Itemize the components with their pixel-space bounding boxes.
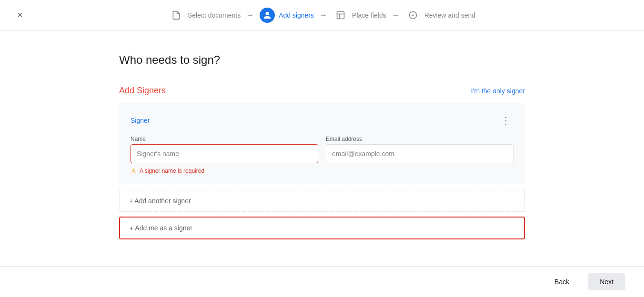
step-select-documents-icon (169, 8, 184, 23)
step-add-signers-label: Add signers (279, 11, 314, 19)
add-another-signer-label: + Add another signer (129, 197, 191, 205)
step-review-and-send-icon (405, 8, 421, 23)
signer-fields-row: Name ⚠ A signer name is required Email a… (131, 136, 513, 175)
signer-email-input[interactable] (326, 144, 513, 163)
step-select-documents-label: Select documents (188, 11, 241, 19)
section-title-highlight: Add (119, 86, 134, 95)
step-place-fields-label: Place fields (352, 11, 386, 19)
add-another-signer-button[interactable]: + Add another signer (119, 190, 525, 212)
signer-name-group: Name ⚠ A signer name is required (131, 136, 318, 175)
error-warning-icon: ⚠ (131, 167, 137, 175)
main-content: Who needs to sign? Add Signers I'm the o… (108, 30, 536, 294)
step-review-and-send-label: Review and send (424, 11, 475, 19)
add-me-as-signer-button[interactable]: + Add me as a signer (119, 217, 525, 239)
section-title: Add Signers (119, 86, 166, 96)
signer-card: Signer ⋮ Name ⚠ A signer name is require… (119, 103, 525, 184)
next-button[interactable]: Next (588, 273, 625, 290)
bottom-bar: Back Next (0, 266, 644, 297)
signer-card-header: Signer ⋮ (131, 113, 513, 128)
step-place-fields: Place fields (333, 8, 386, 23)
step-add-signers-icon (260, 8, 275, 23)
signer-email-group: Email address (326, 136, 513, 163)
arrow-3: → (392, 11, 400, 20)
arrow-2: → (320, 11, 327, 20)
section-title-rest: Signers (137, 86, 166, 95)
signer-name-label: Name (131, 136, 318, 142)
add-me-as-signer-label: + Add me as a signer (130, 224, 192, 232)
arrow-1: → (246, 11, 254, 20)
signer-email-label: Email address (326, 136, 513, 142)
close-button[interactable]: × (11, 7, 29, 24)
step-select-documents: Select documents (169, 8, 241, 23)
step-place-fields-icon (333, 8, 348, 23)
signer-name-input[interactable] (131, 144, 318, 163)
error-text: A signer name is required (140, 168, 204, 174)
stepper: Select documents → Add signers → Place (169, 8, 475, 23)
page-title: Who needs to sign? (119, 53, 525, 67)
section-header: Add Signers I'm the only signer (119, 86, 525, 96)
signer-name-error: ⚠ A signer name is required (131, 167, 318, 175)
signer-label: Signer (131, 117, 150, 124)
back-button[interactable]: Back (543, 273, 581, 290)
svg-rect-0 (337, 11, 344, 19)
top-bar: × Select documents → Add signers → (0, 0, 644, 30)
step-add-signers: Add signers (260, 8, 314, 23)
signer-more-button[interactable]: ⋮ (498, 113, 513, 128)
only-signer-button[interactable]: I'm the only signer (471, 87, 525, 95)
step-review-and-send: Review and send (405, 8, 475, 23)
